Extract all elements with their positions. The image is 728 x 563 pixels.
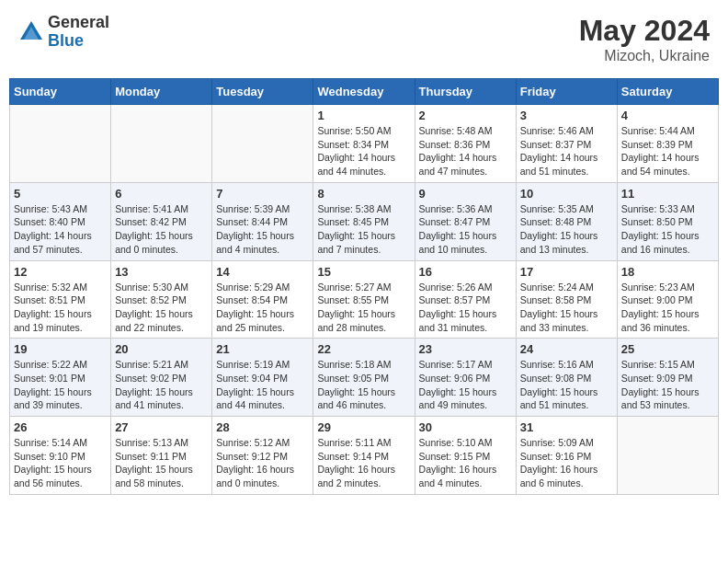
day-info: Sunrise: 5:17 AMSunset: 9:06 PMDaylight:… [419,358,512,412]
calendar-cell: 25Sunrise: 5:15 AMSunset: 9:09 PMDayligh… [617,339,718,417]
logo-general: General [48,14,109,32]
day-info: Sunrise: 5:18 AMSunset: 9:05 PMDaylight:… [317,358,410,412]
calendar-cell: 23Sunrise: 5:17 AMSunset: 9:06 PMDayligh… [415,339,516,417]
calendar-cell: 12Sunrise: 5:32 AMSunset: 8:51 PMDayligh… [10,260,111,339]
day-number: 22 [317,342,410,356]
day-number: 11 [621,187,714,201]
day-number: 9 [419,187,512,201]
day-number: 30 [419,420,512,434]
day-info: Sunrise: 5:38 AMSunset: 8:45 PMDaylight:… [317,202,410,257]
day-info: Sunrise: 5:29 AMSunset: 8:54 PMDaylight:… [216,281,309,335]
day-info: Sunrise: 5:11 AMSunset: 9:14 PMDaylight:… [317,436,410,490]
day-number: 18 [621,265,714,279]
day-info: Sunrise: 5:35 AMSunset: 8:48 PMDaylight:… [520,202,613,257]
day-number: 23 [419,342,512,356]
day-info: Sunrise: 5:10 AMSunset: 9:15 PMDaylight:… [419,436,512,490]
calendar-cell [111,105,212,183]
calendar-cell [212,105,313,183]
calendar-cell: 17Sunrise: 5:24 AMSunset: 8:58 PMDayligh… [516,260,617,339]
calendar-week-row: 26Sunrise: 5:14 AMSunset: 9:10 PMDayligh… [10,417,719,495]
calendar-cell: 22Sunrise: 5:18 AMSunset: 9:05 PMDayligh… [313,339,415,417]
day-number: 14 [216,265,309,279]
day-info: Sunrise: 5:26 AMSunset: 8:57 PMDaylight:… [419,281,512,335]
calendar-cell: 2Sunrise: 5:48 AMSunset: 8:36 PMDaylight… [415,105,516,183]
day-info: Sunrise: 5:15 AMSunset: 9:09 PMDaylight:… [621,358,714,412]
calendar-cell: 10Sunrise: 5:35 AMSunset: 8:48 PMDayligh… [516,182,617,260]
day-info: Sunrise: 5:43 AMSunset: 8:40 PMDaylight:… [14,202,107,257]
day-number: 13 [115,265,208,279]
weekday-header-monday: Monday [111,79,212,105]
logo-text: General Blue [48,14,109,51]
day-number: 17 [520,265,613,279]
calendar-week-row: 12Sunrise: 5:32 AMSunset: 8:51 PMDayligh… [10,260,719,339]
day-info: Sunrise: 5:36 AMSunset: 8:47 PMDaylight:… [419,202,512,257]
calendar-cell: 3Sunrise: 5:46 AMSunset: 8:37 PMDaylight… [516,105,617,183]
day-info: Sunrise: 5:39 AMSunset: 8:44 PMDaylight:… [216,202,309,257]
day-info: Sunrise: 5:23 AMSunset: 9:00 PMDaylight:… [621,281,714,335]
day-number: 8 [317,187,410,201]
weekday-header-saturday: Saturday [617,79,718,105]
day-number: 28 [216,420,309,434]
weekday-header-wednesday: Wednesday [313,79,415,105]
day-info: Sunrise: 5:16 AMSunset: 9:08 PMDaylight:… [520,358,613,412]
calendar-cell: 13Sunrise: 5:30 AMSunset: 8:52 PMDayligh… [111,260,212,339]
calendar-cell: 16Sunrise: 5:26 AMSunset: 8:57 PMDayligh… [415,260,516,339]
day-info: Sunrise: 5:09 AMSunset: 9:16 PMDaylight:… [520,436,613,490]
day-info: Sunrise: 5:24 AMSunset: 8:58 PMDaylight:… [520,281,613,335]
calendar-week-row: 19Sunrise: 5:22 AMSunset: 9:01 PMDayligh… [10,339,719,417]
calendar-cell: 9Sunrise: 5:36 AMSunset: 8:47 PMDaylight… [415,182,516,260]
day-number: 7 [216,187,309,201]
calendar-cell: 24Sunrise: 5:16 AMSunset: 9:08 PMDayligh… [516,339,617,417]
weekday-header-sunday: Sunday [10,79,111,105]
day-info: Sunrise: 5:19 AMSunset: 9:04 PMDaylight:… [216,358,309,412]
calendar-week-row: 5Sunrise: 5:43 AMSunset: 8:40 PMDaylight… [10,182,719,260]
day-info: Sunrise: 5:50 AMSunset: 8:34 PMDaylight:… [317,124,410,178]
calendar-cell: 11Sunrise: 5:33 AMSunset: 8:50 PMDayligh… [617,182,718,260]
weekday-header-thursday: Thursday [415,79,516,105]
calendar-cell: 14Sunrise: 5:29 AMSunset: 8:54 PMDayligh… [212,260,313,339]
calendar-cell: 1Sunrise: 5:50 AMSunset: 8:34 PMDaylight… [313,105,415,183]
day-number: 4 [621,109,714,122]
calendar-cell: 27Sunrise: 5:13 AMSunset: 9:11 PMDayligh… [111,417,212,495]
day-number: 21 [216,342,309,356]
page-header: General Blue May 2024 Mizoch, Ukraine [9,9,719,69]
day-info: Sunrise: 5:41 AMSunset: 8:42 PMDaylight:… [115,202,208,257]
calendar-cell [617,417,718,495]
day-number: 16 [419,265,512,279]
day-number: 31 [520,420,613,434]
logo-icon [18,19,44,45]
calendar-cell: 19Sunrise: 5:22 AMSunset: 9:01 PMDayligh… [10,339,111,417]
day-info: Sunrise: 5:33 AMSunset: 8:50 PMDaylight:… [621,202,714,257]
day-number: 26 [14,420,107,434]
calendar-cell: 30Sunrise: 5:10 AMSunset: 9:15 PMDayligh… [415,417,516,495]
calendar-cell: 5Sunrise: 5:43 AMSunset: 8:40 PMDaylight… [10,182,111,260]
day-number: 24 [520,342,613,356]
day-number: 29 [317,420,410,434]
day-number: 3 [520,109,613,122]
calendar-cell: 21Sunrise: 5:19 AMSunset: 9:04 PMDayligh… [212,339,313,417]
day-info: Sunrise: 5:30 AMSunset: 8:52 PMDaylight:… [115,281,208,335]
logo: General Blue [18,14,109,51]
day-info: Sunrise: 5:12 AMSunset: 9:12 PMDaylight:… [216,436,309,490]
day-number: 2 [419,109,512,122]
calendar-cell: 7Sunrise: 5:39 AMSunset: 8:44 PMDaylight… [212,182,313,260]
day-info: Sunrise: 5:48 AMSunset: 8:36 PMDaylight:… [419,124,512,178]
logo-blue: Blue [48,32,109,51]
calendar-title: May 2024 [579,14,710,48]
day-info: Sunrise: 5:46 AMSunset: 8:37 PMDaylight:… [520,124,613,178]
calendar-cell: 8Sunrise: 5:38 AMSunset: 8:45 PMDaylight… [313,182,415,260]
day-info: Sunrise: 5:32 AMSunset: 8:51 PMDaylight:… [14,281,107,335]
day-number: 5 [14,187,107,201]
calendar-cell: 26Sunrise: 5:14 AMSunset: 9:10 PMDayligh… [10,417,111,495]
calendar-cell: 15Sunrise: 5:27 AMSunset: 8:55 PMDayligh… [313,260,415,339]
day-number: 15 [317,265,410,279]
day-info: Sunrise: 5:22 AMSunset: 9:01 PMDaylight:… [14,358,107,412]
day-number: 1 [317,109,410,122]
calendar-cell: 6Sunrise: 5:41 AMSunset: 8:42 PMDaylight… [111,182,212,260]
day-number: 20 [115,342,208,356]
calendar-cell: 29Sunrise: 5:11 AMSunset: 9:14 PMDayligh… [313,417,415,495]
weekday-header-tuesday: Tuesday [212,79,313,105]
day-info: Sunrise: 5:13 AMSunset: 9:11 PMDaylight:… [115,436,208,490]
day-info: Sunrise: 5:44 AMSunset: 8:39 PMDaylight:… [621,124,714,178]
day-number: 19 [14,342,107,356]
